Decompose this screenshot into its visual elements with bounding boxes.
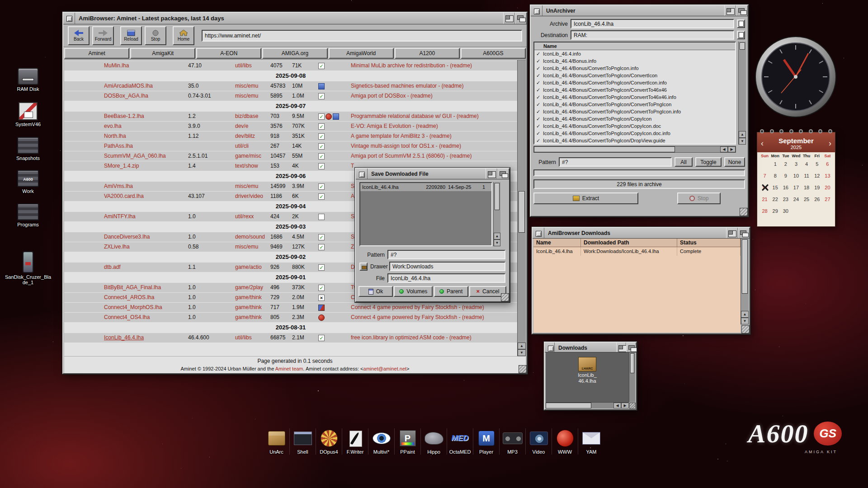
depth-icon[interactable] xyxy=(626,343,636,352)
calendar-date[interactable]: 21 xyxy=(760,193,770,205)
package-link[interactable]: AmiArcadiaMOS.lha xyxy=(104,81,188,91)
dock-item-unarc[interactable]: UnArc xyxy=(264,428,290,455)
tab-a1200[interactable]: A1200 xyxy=(395,48,460,59)
calendar-date[interactable]: 2 xyxy=(780,158,791,170)
category-link[interactable]: dev/e xyxy=(235,122,270,131)
extract-button[interactable]: Extract xyxy=(533,192,638,204)
check-icon[interactable] xyxy=(318,264,325,271)
zoom-icon[interactable] xyxy=(503,13,515,24)
scroll-up-icon[interactable]: ▲ xyxy=(494,233,500,239)
package-link[interactable]: AmiVms.lha xyxy=(104,182,188,191)
dock-item-multiview[interactable]: Multivi* xyxy=(368,428,395,455)
check-icon[interactable] xyxy=(318,93,325,99)
dock-item-player[interactable]: MPlayer xyxy=(473,428,500,455)
desktop-icon-programs[interactable]: Programs xyxy=(5,203,52,227)
archive-file-row[interactable]: ✓IconLib_46.4/Bonus/ConvertToPngIcon/Con… xyxy=(534,108,735,115)
unarchiver-titlebar[interactable]: UnArchiver xyxy=(531,5,748,16)
browser-titlebar[interactable]: AmiBrowser: Aminet - Latest packages, la… xyxy=(63,13,527,24)
calendar-date[interactable]: 27 xyxy=(822,193,833,205)
tab-amigaworld[interactable]: AmigaWorld xyxy=(329,48,394,59)
calendar-date[interactable]: 15 xyxy=(770,182,780,193)
category-link[interactable]: util/cli xyxy=(235,141,270,151)
description-link[interactable]: E-VO: Amiga E Evolution - (readme) xyxy=(351,122,517,131)
parent-button[interactable]: Parent xyxy=(434,286,468,297)
resize-handle[interactable] xyxy=(501,293,509,301)
blue-icon[interactable] xyxy=(333,113,339,120)
calendar-date[interactable]: 24 xyxy=(791,193,801,205)
footer-link[interactable]: Aminet team xyxy=(275,366,303,371)
check-icon[interactable] xyxy=(318,335,325,341)
depth-icon[interactable] xyxy=(497,169,509,179)
file-list-scrollbar[interactable]: ▲ ▼ xyxy=(493,182,500,246)
dock-item-shell[interactable]: Shell xyxy=(290,428,316,455)
package-link[interactable]: BeeBase-1.2.lha xyxy=(104,112,188,121)
tab-amigaorg[interactable]: AMIGA.org xyxy=(262,48,327,59)
archive-file-row[interactable]: ✓IconLib_46.4/Bonus/ConvertToPngIcon/Dro… xyxy=(534,137,735,144)
calendar-date[interactable]: 14 xyxy=(760,182,770,193)
package-link[interactable]: Connect4_OS4.lha xyxy=(104,313,188,322)
package-link[interactable]: evo.lha xyxy=(104,122,188,131)
calendar-date[interactable] xyxy=(760,158,770,170)
file-list-entry[interactable]: IconLib_46.4.lha 2209280 14-Sep-25 1 xyxy=(360,183,491,191)
dock-item-video[interactable]: Video xyxy=(526,428,552,455)
check-icon[interactable] xyxy=(318,163,325,169)
downloads-manager-titlebar[interactable]: AmiBrowser Downloads xyxy=(533,228,750,239)
calendar-date[interactable]: 28 xyxy=(760,205,770,217)
archive-file-icon[interactable]: LHARC IconLib_ 46.4.lha xyxy=(546,357,629,384)
depth-icon[interactable] xyxy=(736,5,748,16)
scrollbar-thumb[interactable] xyxy=(740,42,745,50)
column-header[interactable]: Downloaded Path xyxy=(581,239,677,247)
category-link[interactable]: biz/dbase xyxy=(235,112,270,121)
scroll-down-icon[interactable]: ▼ xyxy=(518,349,526,356)
close-icon[interactable] xyxy=(63,13,75,24)
scrollbar-thumb[interactable] xyxy=(546,403,591,408)
calendar-date[interactable]: 7 xyxy=(760,170,770,182)
calendar-date[interactable]: 29 xyxy=(770,205,780,217)
url-input[interactable] xyxy=(202,30,522,42)
volumes-button[interactable]: Volumes xyxy=(394,286,433,297)
forward-button[interactable]: Forward xyxy=(92,26,114,45)
category-link[interactable]: text/show xyxy=(235,161,270,171)
check-icon[interactable] xyxy=(318,183,325,190)
tab-amigakit[interactable]: AmigaKit xyxy=(130,48,195,59)
tab-aminet[interactable]: Aminet xyxy=(64,48,129,59)
category-link[interactable]: game/actio xyxy=(235,263,270,272)
description-link[interactable]: Signetics-based machines emulator - (rea… xyxy=(351,81,517,91)
check-icon[interactable] xyxy=(318,244,325,250)
destination-picker-icon[interactable] xyxy=(737,31,745,39)
package-link[interactable]: DOSBox_AGA.lha xyxy=(104,91,188,101)
file-input[interactable] xyxy=(387,273,505,283)
dock-item-fwriter[interactable]: F.Writer xyxy=(342,428,368,455)
category-link[interactable]: misc/emu xyxy=(235,91,270,101)
file-list[interactable]: IconLib_46.4.lha 2209280 14-Sep-25 1 xyxy=(359,182,492,246)
blue-icon[interactable] xyxy=(318,83,325,89)
depth-icon[interactable] xyxy=(515,13,527,24)
calendar-date[interactable] xyxy=(812,205,822,217)
archive-file-row[interactable]: ✓IconLib_46.4/Bonus/ConvertToPngIcon/Con… xyxy=(534,94,735,101)
calendar-date[interactable]: 4 xyxy=(802,158,812,170)
archive-file-row[interactable]: ✓IconLib_46.4/Bonus.info xyxy=(534,57,735,65)
package-link[interactable]: AmiNTFY.lha xyxy=(104,212,188,221)
all-button[interactable]: All xyxy=(675,157,693,167)
archive-file-row[interactable]: ✓IconLib_46.4.info xyxy=(534,50,735,57)
x-icon[interactable] xyxy=(318,295,325,301)
description-link[interactable]: Minimal MuLib archive for redistribution… xyxy=(351,61,517,70)
scrollbar-thumb[interactable] xyxy=(519,191,525,233)
scroll-down-icon[interactable]: ▼ xyxy=(739,138,746,145)
scrollbar-thumb[interactable] xyxy=(534,146,675,152)
calendar-date[interactable]: 26 xyxy=(812,193,822,205)
scroll-right-icon[interactable]: ▶ xyxy=(621,403,629,408)
desktop-icon-work[interactable]: A600Work xyxy=(5,170,52,194)
close-icon[interactable] xyxy=(356,169,368,179)
category-link[interactable]: misc/emu xyxy=(235,182,270,191)
category-link[interactable]: game/think xyxy=(235,313,270,322)
description-link[interactable]: Vintage multi-assign tool for OS1.x - (r… xyxy=(351,141,517,151)
archive-picker-icon[interactable] xyxy=(737,19,745,28)
archive-file-row[interactable]: ✓IconLib_46.4/Bonus/ConvertToPngIcon/Con… xyxy=(534,72,735,79)
check-icon[interactable] xyxy=(318,113,325,120)
description-link[interactable]: free icon.library in optimized ASM code … xyxy=(351,333,517,343)
calendar-date[interactable]: 18 xyxy=(802,182,812,193)
desktop-icon-sandisk-cruzer-blade-1[interactable]: SanDisk_Cruzer_Blade_1 xyxy=(5,251,52,285)
calendar-date[interactable] xyxy=(791,205,801,217)
browser-scrollbar[interactable]: ▲ ▼ xyxy=(517,60,526,356)
